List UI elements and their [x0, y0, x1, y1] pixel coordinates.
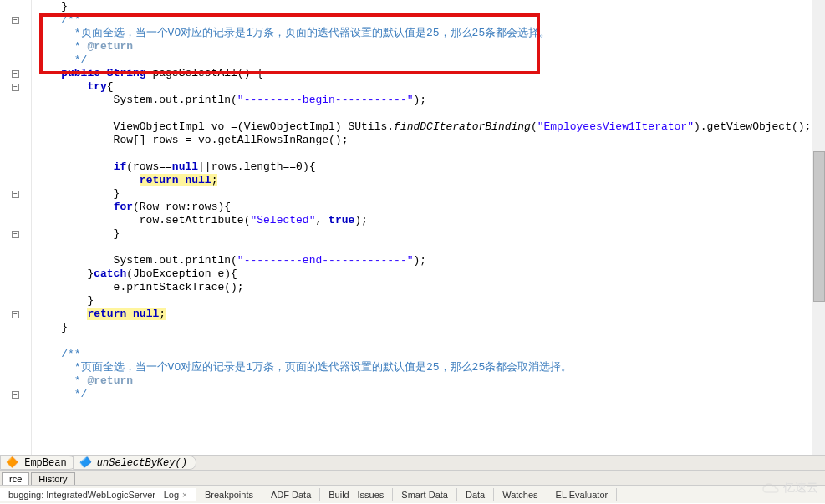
code-line: [35, 147, 825, 160]
code-line: [35, 334, 825, 348]
code-line: if(rows==null||rows.length==0){: [35, 160, 825, 174]
fold-icon[interactable]: −: [12, 191, 19, 198]
vertical-scrollbar[interactable]: [812, 0, 825, 455]
watermark: 亿速云: [761, 481, 818, 496]
code-content[interactable]: } /** *页面全选，当一个VO对应的记录是1万条，页面的迭代器设置的默认值是…: [32, 0, 825, 455]
code-line: return null;: [35, 174, 825, 187]
code-line: }: [35, 227, 825, 241]
code-line: */: [35, 53, 825, 67]
tab-source[interactable]: rce: [2, 472, 29, 485]
fold-icon[interactable]: −: [12, 231, 19, 238]
code-line: }: [35, 294, 825, 308]
code-line: [35, 107, 825, 120]
fold-icon[interactable]: −: [12, 391, 19, 399]
breadcrumb: 🔶 EmpBean 🔷 unSelectByKey(): [0, 455, 825, 470]
tab-adf-data[interactable]: ADF Data: [262, 488, 320, 501]
code-line: row.setAttribute("Selected", true);: [35, 214, 825, 227]
tab-debugging-log[interactable]: bugging: IntegratedWebLogicServer - Log×: [0, 488, 196, 501]
code-line: /**: [35, 348, 825, 361]
code-line: */: [35, 388, 825, 401]
fold-icon[interactable]: −: [12, 70, 19, 78]
code-line: for(Row row:rows){: [35, 201, 825, 214]
code-line: }: [35, 321, 825, 334]
bottom-panel-tabs: bugging: IntegratedWebLogicServer - Log×…: [0, 485, 825, 503]
tab-history[interactable]: History: [31, 472, 74, 485]
tab-build-issues[interactable]: Build - Issues: [320, 488, 393, 501]
code-line: * @return: [35, 374, 825, 388]
code-line: System.out.println("---------end--------…: [35, 254, 825, 267]
source-history-tabs: rce History: [0, 470, 825, 485]
code-line: Row[] rows = vo.getAllRowsInRange();: [35, 134, 825, 147]
code-line: }: [35, 187, 825, 201]
code-line: e.printStackTrace();: [35, 281, 825, 294]
tab-el-evaluator[interactable]: EL Evaluator: [547, 488, 618, 501]
code-line: /**: [35, 13, 825, 27]
tab-data[interactable]: Data: [457, 488, 494, 501]
fold-icon[interactable]: −: [12, 17, 19, 24]
gutter: − − − − − − −: [0, 0, 32, 455]
scrollbar-thumb[interactable]: [813, 151, 825, 302]
code-line: System.out.println("---------begin------…: [35, 94, 825, 107]
tab-smart-data[interactable]: Smart Data: [393, 488, 457, 501]
fold-icon[interactable]: −: [12, 311, 19, 318]
code-line: [35, 241, 825, 254]
tab-breakpoints[interactable]: Breakpoints: [196, 488, 262, 501]
code-line: }catch(JboException e){: [35, 267, 825, 281]
code-line: ViewObjectImpl vo =(ViewObjectImpl) SUti…: [35, 120, 825, 134]
code-line: public String pageSelectAll() {: [35, 67, 825, 80]
code-line: return null;: [35, 308, 825, 321]
code-line: try{: [35, 80, 825, 94]
tab-watches[interactable]: Watches: [494, 488, 547, 501]
fold-icon[interactable]: −: [12, 84, 19, 91]
code-editor[interactable]: − − − − − − − } /**: [0, 0, 825, 455]
breadcrumb-class[interactable]: 🔶 EmpBean: [0, 456, 76, 470]
code-line: * @return: [35, 40, 825, 53]
code-line: *页面全选，当一个VO对应的记录是1万条，页面的迭代器设置的默认值是25，那么2…: [35, 361, 825, 374]
code-line: *页面全选，当一个VO对应的记录是1万条，页面的迭代器设置的默认值是25，那么2…: [35, 27, 825, 40]
code-line: }: [35, 0, 825, 13]
breadcrumb-method[interactable]: 🔷 unSelectByKey(): [73, 456, 196, 470]
close-icon[interactable]: ×: [182, 491, 187, 500]
